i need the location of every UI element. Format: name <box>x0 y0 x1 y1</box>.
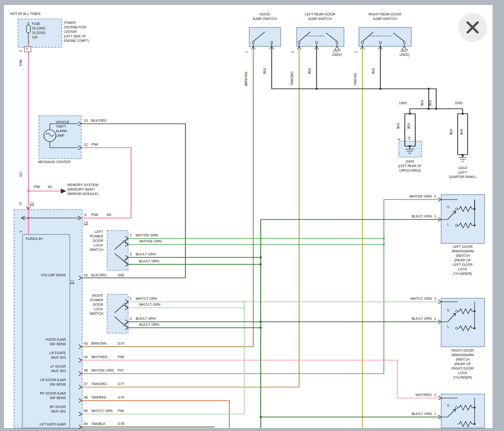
right-arm-l-contact: L <box>447 325 449 329</box>
ctm-pin-59-wire: TAN/BLK <box>91 422 106 426</box>
g414-location: (LEFT <box>445 171 480 175</box>
liftgate-arm-disarm-switch-box <box>441 394 485 428</box>
right-arm-pin-1: 1 <box>434 317 436 321</box>
g404-label: G404 <box>392 160 427 164</box>
g404-pin-8: 8 <box>397 138 401 140</box>
fuse-rating-1999: 28 (1999) <box>32 26 45 30</box>
ctm-pin-44-function: MUX SIG <box>35 356 66 360</box>
ctm-pin-16: 16 <box>84 273 88 277</box>
liftgate-arm-wire-2: WHT/RED <box>402 393 432 397</box>
rr-not-used-label: (NOT <box>394 49 414 53</box>
ctm-pin-59-function: LIFTGATE AJAR <box>35 423 66 427</box>
ctm-pin-45-function: LF DOOR <box>35 365 66 369</box>
right-arm-caption: RIGHT DOOR <box>440 349 485 353</box>
memory-system-label: MIRROR MODULE) <box>67 192 99 196</box>
blk-wire-label: BLK <box>460 129 464 135</box>
ctm-pin-48-circuit: G74 <box>118 396 124 400</box>
ctm-pin-59-circuit: G78 <box>118 422 124 426</box>
ctm-pin-47: 47 <box>84 382 88 386</box>
hood-switch-title: HOOD <box>240 12 290 16</box>
close-icon <box>458 13 487 42</box>
year-2000-label: 2000 <box>455 101 463 105</box>
lr-switch-pin: 2 <box>291 51 295 53</box>
pdc-label-line: POWER <box>64 21 76 25</box>
right-lock-wire: BLK/LT GRN <box>139 323 159 327</box>
ctm-pin-47-function: SW SENS <box>35 383 66 387</box>
right-arm-caption: ARM/DISARM <box>440 353 485 357</box>
left-lock-pin-2: 2 <box>130 233 132 237</box>
right-lock-switch-label: SWITCH <box>83 312 103 316</box>
ctm-pin-48: 48 <box>84 396 88 400</box>
left-arm-caption: (REAR OF <box>440 258 485 262</box>
ctm-pin-43-function: HOOD AJAR <box>35 338 66 342</box>
right-door-arm-disarm-switch-box <box>441 298 485 347</box>
left-arm-wire-1: BLK/LT GRN <box>402 215 432 218</box>
ctm-pin-44-wire: WHT/RED <box>91 355 108 359</box>
ctm-pin-47-circuit: G77 <box>118 382 124 386</box>
lamp-pin-13: 13 <box>84 119 88 123</box>
right-lock-pin-2: 2 <box>130 297 132 301</box>
right-lock-switch-label: LOCK <box>83 307 103 311</box>
fuse-rating-2000: 15 (2000) <box>32 31 45 35</box>
ctm-pin-45-circuit: P97 <box>118 369 124 373</box>
right-power-door-lock-switch-box <box>107 294 128 333</box>
memory-wire-color: PNK <box>34 185 40 189</box>
lamp-wire-blk-org: BLK/ORG <box>91 119 107 123</box>
g404-location: (LEFT REAR OF <box>392 164 427 168</box>
right-lock-switch-label: POWER <box>83 298 103 302</box>
pdc-label-line: CENTER <box>64 30 77 34</box>
blk-wire-label: BLK <box>396 123 400 129</box>
blk-wire-label: BLK <box>449 129 453 135</box>
ctm-pin-45-wire: WHT/DK GRN <box>91 369 114 373</box>
right-arm-wire-2: WHT/LT GRN <box>402 297 432 301</box>
liftgate-arm-wire-1: BLK/LT GRN <box>402 412 432 416</box>
left-lock-switch-label: LEFT <box>83 230 103 234</box>
ctm-pin-6-splice: M1 <box>107 213 112 217</box>
right-lock-wire: BLK/LT GRN <box>136 317 156 321</box>
right-arm-wire-1: BLK/LT GRN <box>402 317 432 321</box>
liftgate-arm-pin-2: 2 <box>434 393 436 397</box>
right-arm-pin-2: 2 <box>434 297 436 301</box>
ctm-pin-16-wire: BLK/ORG <box>91 273 107 277</box>
lamp-wire-pnk: PNK <box>91 143 98 147</box>
memory-system-label: MEMORY SYSTEM <box>67 183 98 187</box>
splice-label: M1 <box>19 172 23 177</box>
close-button[interactable] <box>458 13 487 42</box>
left-arm-u-contact: U <box>447 205 450 209</box>
right-lock-pin-3: 3 <box>130 317 132 321</box>
right-rear-door-ajar-switch-box <box>359 27 411 46</box>
left-lock-wire: WHT/DK GRN <box>139 239 162 243</box>
left-lock-switch-label: POWER <box>83 234 103 238</box>
ctm-pin-6-wire: PNK <box>91 213 98 217</box>
left-lock-wire: BLK/LT GRN <box>136 252 156 256</box>
ctm-pin-48-wire: TAN/RED <box>91 396 106 400</box>
message-center-label: MESSAGE CENTER <box>38 160 70 164</box>
ctm-pin-47-wire: TAN/ORG <box>91 382 107 386</box>
left-arm-caption: ARM/DISARM <box>440 249 485 253</box>
lamp-pin-12: 12 <box>84 143 88 147</box>
left-arm-caption: CYLINDER) <box>440 272 485 276</box>
hood-ajar-switch-box <box>249 27 281 46</box>
left-lock-switch-label: SWITCH <box>83 248 103 252</box>
left-lock-switch-label: LOCK <box>83 243 103 247</box>
inline-connector-number: 3 <box>26 47 28 51</box>
left-door-arm-disarm-switch-box <box>441 195 485 243</box>
hot-at-all-times-label: HOT AT ALL TIMES <box>10 12 40 16</box>
ctm-pin-43-circuit: G70 <box>118 342 124 346</box>
rr-switch-title: RIGHT REAR DOOR <box>352 12 417 16</box>
fused-b-pin: 9 <box>19 230 23 232</box>
liftgate-arm-pin-1: 1 <box>434 412 436 416</box>
connector-c4-label: C4 <box>84 221 88 225</box>
right-lock-switch-label: RIGHT <box>83 294 103 298</box>
ctm-entry-pin: 13 <box>18 202 22 206</box>
rr-not-used-label: USED) <box>394 53 414 57</box>
connector-c1-label: C1 <box>30 202 34 206</box>
ctm-pin-44-circuit: P98 <box>118 355 124 359</box>
connector-c1-label: C1 <box>70 280 74 284</box>
ctm-pin-48-function: RF DOOR AJAR <box>35 392 66 396</box>
fuse-amps: 10A <box>32 35 37 39</box>
right-arm-caption: (REAR OF <box>440 362 485 366</box>
ctm-pin-55-circuit: P96 <box>118 409 124 413</box>
ctm-pin-44-function: LIFTGATE <box>35 351 66 355</box>
lr-switch-title: AJAR SWITCH <box>290 17 350 21</box>
